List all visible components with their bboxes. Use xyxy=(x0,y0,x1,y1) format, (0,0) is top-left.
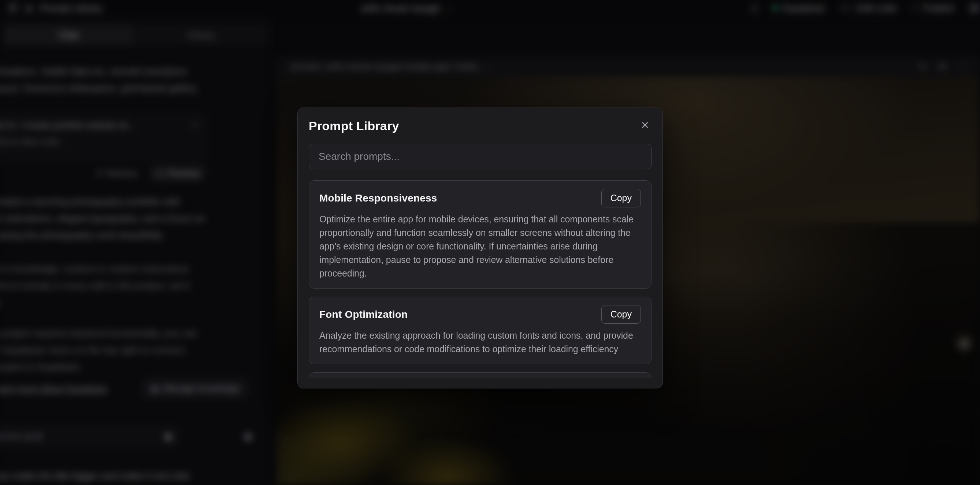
modal-title: Prompt Library xyxy=(309,119,399,133)
copy-button[interactable]: Copy xyxy=(601,189,641,208)
prompt-library-modal: Prompt Library ✕ Mobile Responsiveness C… xyxy=(298,108,663,388)
prompt-card-partial xyxy=(309,372,652,378)
prompt-description: Analyze the existing approach for loadin… xyxy=(319,329,641,356)
prompt-list: Mobile Responsiveness Copy Optimize the … xyxy=(309,180,652,378)
prompt-card-mobile-responsiveness: Mobile Responsiveness Copy Optimize the … xyxy=(309,180,652,288)
prompt-description: Optimize the entire app for mobile devic… xyxy=(319,212,641,280)
prompt-card-font-optimization: Font Optimization Copy Analyze the exist… xyxy=(309,296,652,364)
copy-button[interactable]: Copy xyxy=(601,305,641,324)
prompt-title: Font Optimization xyxy=(319,309,407,320)
prompt-title: Mobile Responsiveness xyxy=(319,192,437,204)
search-input[interactable] xyxy=(309,144,652,170)
close-icon[interactable]: ✕ xyxy=(639,119,652,132)
